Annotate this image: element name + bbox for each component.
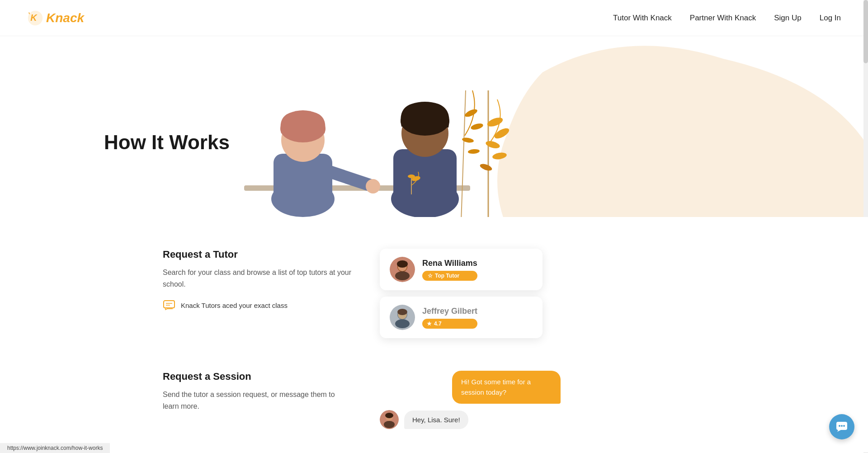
svg-point-42 <box>384 421 395 428</box>
svg-point-31 <box>395 271 410 280</box>
request-session-left: Request a Session Send the tutor a sessi… <box>163 371 353 429</box>
svg-point-23 <box>470 123 484 131</box>
request-session-section: Request a Session Send the tutor a sessi… <box>0 362 868 447</box>
scrollbar-thumb[interactable] <box>863 0 868 63</box>
star-icon-rating: ★ <box>427 321 432 327</box>
lisa-chat-avatar <box>380 410 399 429</box>
tutor-card-jeffrey[interactable]: Jeffrey Gilbert ★ 4.7 <box>380 297 542 338</box>
svg-point-33 <box>397 260 408 268</box>
tutor-avatar-rena <box>390 257 415 282</box>
request-tutor-right: Rena Williams ☆ Top Tutor <box>380 249 542 344</box>
svg-point-44 <box>839 425 840 427</box>
jeffrey-avatar-img <box>390 305 415 330</box>
nav-login[interactable]: Log In <box>820 14 841 23</box>
request-tutor-section: Request a Tutor Search for your class an… <box>0 231 868 363</box>
rating-badge-jeffrey: ★ 4.7 <box>422 319 477 329</box>
chat-widget-icon <box>835 420 848 433</box>
svg-point-25 <box>468 149 480 154</box>
svg-point-41 <box>385 413 393 418</box>
tutor-name-jeffrey: Jeffrey Gilbert <box>422 307 477 316</box>
url-text: https://www.joinknack.com/how-it-works <box>7 445 103 451</box>
tutor-info-rena: Rena Williams ☆ Top Tutor <box>422 259 477 281</box>
request-session-desc: Send the tutor a session request, or mes… <box>163 389 353 412</box>
request-session-title: Request a Session <box>163 371 353 382</box>
url-bar: https://www.joinknack.com/how-it-works <box>0 443 110 452</box>
header: K Knack Tutor With Knack Partner With Kn… <box>0 0 868 36</box>
chat-widget-button[interactable] <box>829 414 854 439</box>
rena-avatar-img <box>390 257 415 282</box>
svg-point-38 <box>397 309 407 315</box>
svg-text:K: K <box>30 13 38 23</box>
hero-illustration <box>190 54 515 222</box>
svg-point-20 <box>408 175 415 178</box>
svg-point-45 <box>841 425 843 427</box>
chat-reply-row: Hey, Lisa. Sure! <box>380 410 561 429</box>
nav-signup[interactable]: Sign Up <box>774 14 801 23</box>
feature-text: Knack Tutors aced your exact class <box>181 302 288 309</box>
top-tutor-badge: ☆ Top Tutor <box>422 271 477 281</box>
nav-partner-with-knack[interactable]: Partner With Knack <box>690 14 756 23</box>
svg-rect-9 <box>393 149 457 208</box>
request-session-right: Hi! Got some time for a session today? H… <box>380 371 561 429</box>
feature-item: Knack Tutors aced your exact class <box>163 299 353 311</box>
tutor-avatar-jeffrey <box>390 305 415 330</box>
nav-tutor-with-knack[interactable]: Tutor With Knack <box>613 14 672 23</box>
main-nav: Tutor With Knack Partner With Knack Sign… <box>613 14 841 23</box>
request-tutor-title: Request a Tutor <box>163 249 353 260</box>
request-tutor-left: Request a Tutor Search for your class an… <box>163 249 353 344</box>
svg-point-16 <box>492 151 507 160</box>
chat-area: Hi! Got some time for a session today? H… <box>380 371 561 429</box>
svg-point-7 <box>366 179 380 193</box>
svg-point-22 <box>464 108 478 118</box>
svg-point-36 <box>395 319 410 328</box>
tutor-name-rena: Rena Williams <box>422 259 477 268</box>
page-title: How It Works <box>104 131 230 154</box>
logo-text: Knack <box>46 11 84 25</box>
tutor-card-rena[interactable]: Rena Williams ☆ Top Tutor <box>380 249 542 290</box>
main-content: How It Works Request a Tutor Search for … <box>0 36 868 452</box>
star-icon: ☆ <box>428 273 433 279</box>
chat-diploma-icon <box>163 299 175 311</box>
svg-point-17 <box>479 163 493 172</box>
svg-line-21 <box>461 90 466 222</box>
chat-avatar-lisa <box>380 410 399 429</box>
svg-point-46 <box>843 425 845 427</box>
knack-logo-icon: K <box>27 10 43 26</box>
request-tutor-desc: Search for your class and browse a list … <box>163 267 353 290</box>
svg-point-15 <box>485 140 501 150</box>
chat-bubble-outgoing: Hi! Got some time for a session today? <box>452 371 561 404</box>
svg-rect-26 <box>164 301 175 308</box>
chat-bubble-incoming: Hey, Lisa. Sure! <box>404 411 468 429</box>
tutor-info-jeffrey: Jeffrey Gilbert ★ 4.7 <box>422 307 477 329</box>
logo[interactable]: K Knack <box>27 10 84 26</box>
